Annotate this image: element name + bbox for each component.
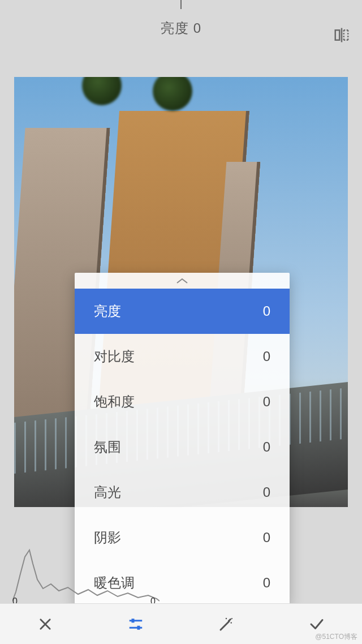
- adjust-label: 对比度: [94, 347, 135, 366]
- adjust-value: 0: [263, 439, 270, 455]
- adjust-row-saturation[interactable]: 饱和度 0: [75, 379, 290, 424]
- adjust-value: 0: [263, 394, 270, 410]
- compare-icon: [333, 27, 350, 44]
- foliage-graphic: [153, 77, 192, 111]
- cancel-button[interactable]: [32, 611, 59, 638]
- magic-wand-icon: [218, 616, 235, 633]
- popup-collapse-handle[interactable]: [75, 273, 290, 289]
- current-adjustment-readout: 亮度 0: [161, 19, 201, 37]
- svg-rect-0: [335, 30, 340, 40]
- auto-enhance-button[interactable]: [213, 611, 240, 638]
- svg-rect-9: [137, 625, 140, 629]
- topbar: 亮度 0: [0, 0, 362, 57]
- svg-point-12: [231, 617, 232, 619]
- foliage-graphic: [82, 77, 122, 105]
- bottom-toolbar: [0, 603, 362, 644]
- adjust-value: 0: [263, 484, 270, 500]
- compare-button[interactable]: [331, 25, 352, 45]
- adjust-row-brightness[interactable]: 亮度 0: [75, 289, 290, 334]
- watermark: @51CTO博客: [315, 632, 357, 642]
- tune-button[interactable]: [122, 611, 149, 638]
- adjust-value: 0: [263, 530, 270, 546]
- svg-point-10: [231, 622, 232, 624]
- close-icon: [37, 616, 53, 632]
- adjust-label: 饱和度: [94, 393, 135, 411]
- histogram: [12, 540, 160, 602]
- current-adjustment-name: 亮度: [161, 20, 189, 36]
- svg-point-11: [226, 617, 227, 619]
- adjust-value: 0: [263, 303, 270, 319]
- adjust-value: 0: [263, 575, 270, 591]
- current-adjustment-value: 0: [193, 20, 201, 36]
- check-icon: [308, 616, 325, 633]
- adjust-label: 高光: [94, 483, 121, 501]
- adjust-row-contrast[interactable]: 对比度 0: [75, 334, 290, 379]
- adjust-label: 氛围: [94, 438, 121, 456]
- photo-editor-screen: 亮度 0 亮度 0: [0, 0, 362, 644]
- svg-rect-7: [132, 619, 135, 622]
- slider-center-tick: [180, 0, 182, 9]
- adjust-value: 0: [263, 349, 270, 364]
- adjust-row-ambiance[interactable]: 氛围 0: [75, 424, 290, 470]
- adjust-label: 亮度: [94, 302, 121, 320]
- adjust-row-highlights[interactable]: 高光 0: [75, 470, 290, 515]
- chevron-up-icon: [176, 277, 188, 284]
- sliders-icon: [127, 616, 144, 633]
